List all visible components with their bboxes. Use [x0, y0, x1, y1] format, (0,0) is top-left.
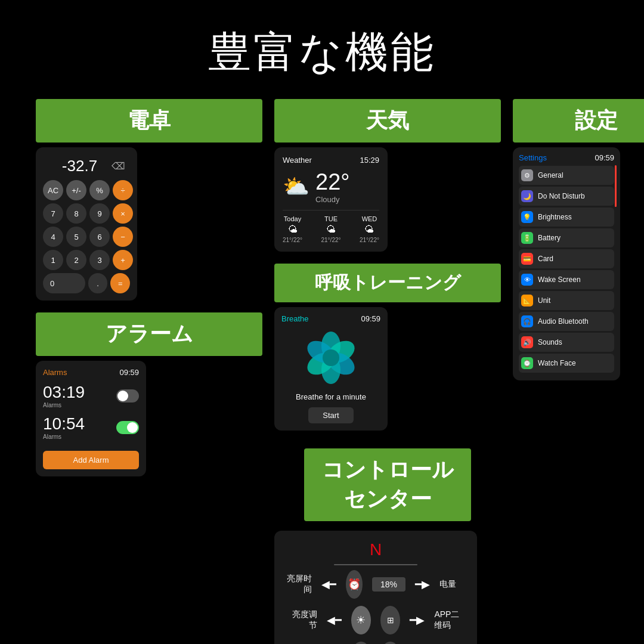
calc-btn-div[interactable]: ÷	[113, 180, 133, 200]
settings-item-brightness[interactable]: 💡 Brightness	[519, 208, 614, 227]
settings-section: 設定 Settings 09:59 ⚙ General 🌙 Do Not Dis…	[513, 99, 644, 380]
calc-btn-mul[interactable]: ×	[113, 203, 133, 224]
settings-widget: Settings 09:59 ⚙ General 🌙 Do Not Distur…	[513, 147, 644, 380]
settings-card-label: Card	[538, 255, 553, 263]
settings-item-card[interactable]: 💳 Card	[519, 249, 614, 268]
calculator-section: 電卓 -32.7 ⌫ AC +/- % ÷ 7 8 9 × 4 5	[36, 99, 262, 301]
settings-item-sounds[interactable]: 🔊 Sounds	[519, 333, 614, 352]
calc-btn-sub[interactable]: −	[113, 227, 133, 247]
alarm-time: 09:59	[119, 368, 139, 377]
unit-icon: 📐	[521, 295, 533, 306]
divider	[334, 564, 417, 565]
calc-btn-8[interactable]: 8	[66, 203, 86, 224]
breathe-section: 呼吸トレーニング Breathe 09:59	[274, 264, 501, 431]
breathe-message: Breathe for a minute	[281, 392, 380, 401]
alarm-toggle-1[interactable]	[116, 389, 139, 402]
calc-grid: AC +/- % ÷ 7 8 9 × 4 5 6 − 1 2 3 +	[43, 180, 130, 270]
forecast-wed: WED 🌤 21°/22°	[360, 215, 379, 243]
sounds-icon: 🔊	[521, 336, 533, 348]
breathe-start-button[interactable]: Start	[308, 407, 353, 423]
settings-item-wake[interactable]: 👁 Wake Screen	[519, 270, 614, 289]
calc-btn-6[interactable]: 6	[89, 227, 110, 247]
ctrl-arrow-right-2: ━▶	[410, 614, 425, 627]
alarm-toggle-2[interactable]	[116, 421, 139, 434]
calc-btn-2[interactable]: 2	[66, 250, 86, 270]
calc-btn-dot[interactable]: .	[88, 273, 108, 293]
dnd-icon: 🌙	[521, 190, 533, 202]
alarm-label-1: Alarms	[43, 402, 85, 408]
alarm-item-2: 10:54 Alarms	[43, 414, 139, 440]
calc-btn-ac[interactable]: AC	[43, 180, 63, 200]
calc-btn-0[interactable]: 0	[43, 273, 85, 293]
settings-label: 設定	[513, 99, 644, 143]
calc-btn-plusminus[interactable]: +/-	[66, 180, 86, 200]
calc-btn-1[interactable]: 1	[43, 250, 63, 270]
calc-btn-eq[interactable]: =	[110, 273, 130, 293]
calc-display: -32.7 ⌫	[43, 154, 130, 180]
calc-btn-add[interactable]: +	[113, 250, 133, 270]
settings-item-unit[interactable]: 📐 Unit	[519, 291, 614, 310]
calc-btn-3[interactable]: 3	[89, 250, 110, 270]
ctrl-btn-qr[interactable]: ⊞	[380, 606, 400, 634]
settings-item-battery[interactable]: 🔋 Battery	[519, 228, 614, 247]
forecast-today-temps: 21°/22°	[283, 237, 302, 243]
control-row-1: 亮屏时间 ◀━ ⏰ 18% ━▶ 电量	[284, 570, 467, 599]
scroll-bar	[615, 165, 617, 207]
backspace-icon[interactable]: ⌫	[112, 160, 125, 172]
ctrl-btn-1[interactable]: ⏰	[346, 570, 363, 599]
alarm-app-title: Alarms	[43, 368, 67, 377]
ctrl-btn-dnd[interactable]: 🌙	[351, 642, 371, 644]
settings-dnd-label: Do Not Disturb	[538, 192, 585, 200]
alarm-label: アラーム	[36, 312, 262, 356]
settings-item-watchface[interactable]: ⌚ Watch Face	[519, 354, 614, 373]
calc-btn-9[interactable]: 9	[89, 203, 110, 224]
ctrl-btn-flashlight[interactable]: 🔦	[380, 642, 400, 644]
breathe-flower	[301, 328, 361, 388]
ctrl-arrow-left-1: ◀━	[321, 578, 336, 591]
battery-icon: 🔋	[521, 232, 533, 244]
toggle-knob-2	[127, 422, 138, 433]
calc-btn-4[interactable]: 4	[43, 227, 63, 247]
svg-point-6	[323, 349, 339, 366]
ctrl-label-qr: APP二维码	[434, 609, 467, 631]
settings-wake-label: Wake Screen	[538, 275, 581, 284]
forecast-wed-temps: 21°/22°	[360, 237, 379, 243]
forecast-tue-icon: 🌤	[321, 224, 340, 235]
weather-temp: 22°	[315, 169, 349, 195]
settings-unit-label: Unit	[538, 296, 550, 305]
weather-time: 15:29	[360, 156, 379, 165]
battery-value: 18%	[372, 577, 405, 592]
calc-btn-7[interactable]: 7	[43, 203, 63, 224]
add-alarm-button[interactable]: Add Alarm	[43, 451, 139, 469]
breathe-app: Breathe	[281, 314, 309, 323]
forecast-wed-label: WED	[360, 215, 379, 222]
bluetooth-icon: 🎧	[521, 315, 533, 327]
forecast-tue-label: TUE	[321, 215, 340, 222]
weather-header: Weather 15:29	[283, 156, 379, 165]
alarm-time-2: 10:54	[43, 414, 85, 434]
breathe-header: Breathe 09:59	[281, 314, 380, 323]
weather-widget: Weather 15:29 ⛅ 22° Cloudy Today 🌤 21°/2…	[274, 147, 388, 252]
calculator-label: 電卓	[36, 99, 262, 143]
toggle-knob-1	[117, 391, 128, 401]
breathe-time: 09:59	[361, 314, 380, 323]
watchface-icon: ⌚	[521, 357, 533, 369]
alarm-time-1: 03:19	[43, 383, 85, 402]
netflix-icon: N	[284, 540, 467, 559]
brightness-icon: 💡	[521, 211, 533, 223]
calc-btn-5[interactable]: 5	[66, 227, 86, 247]
settings-item-general[interactable]: ⚙ General	[519, 166, 614, 185]
settings-general-label: General	[538, 171, 564, 179]
forecast-today-icon: 🌤	[283, 224, 302, 235]
weather-section: 天気 Weather 15:29 ⛅ 22° Cloudy Today �	[274, 99, 501, 252]
calc-btn-percent[interactable]: %	[89, 180, 110, 200]
settings-bluetooth-label: Audio Bluetooth	[538, 317, 589, 326]
ctrl-btn-brightness[interactable]: ☀	[351, 606, 371, 634]
card-icon: 💳	[521, 253, 533, 265]
forecast-tue: TUE 🌤 21°/22°	[321, 215, 340, 243]
calc-value: -32.7	[62, 157, 97, 175]
settings-item-bluetooth[interactable]: 🎧 Audio Bluetooth	[519, 312, 614, 331]
forecast-tue-temps: 21°/22°	[321, 237, 340, 243]
settings-item-dnd[interactable]: 🌙 Do Not Disturb	[519, 187, 614, 206]
ctrl-arrow-right-1: ━▶	[415, 578, 430, 591]
